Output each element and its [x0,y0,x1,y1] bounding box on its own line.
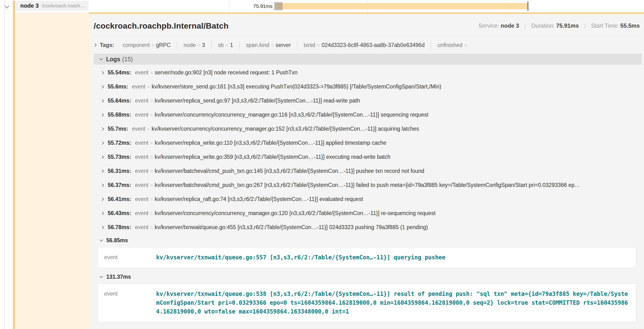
tag-pill: txnid=024d3323-6c8f-4863-aa8b-37ab0e6349… [297,41,431,49]
service-value: node 3 [501,22,519,29]
log-timestamp: 56.41ms: [108,196,131,202]
tag-pill: span.kind=server [239,41,297,49]
log-marker-tick [279,2,280,10]
span-meta: Service: node 3 | Duration: 75.91ms | St… [478,22,642,29]
log-row-toggle[interactable]: 56.37ms: event=kv/kvserver/batcheval/cmd… [94,178,642,192]
tags-section-toggle[interactable]: Tags: component=gRPC node=3 sb=1 span.ki… [94,40,642,50]
log-row-toggle[interactable]: 55.72ms: event=kv/kvserver/replica_write… [94,136,642,150]
tag-pill: component=gRPC [116,41,177,49]
log-row-toggle[interactable]: 131.37ms [94,271,642,283]
log-timestamp: 55.73ms: [108,154,131,160]
log-marker-tick [274,2,275,10]
log-row-toggle[interactable]: 55.73ms: event=kv/kvserver/replica_write… [94,150,642,164]
span-bar[interactable] [275,3,528,9]
log-field-value: kv/kvserver/txnwait/queue.go:557 [n3,s3,… [156,253,630,262]
log-field: event=kv/kvserver/replica_write.go:110 [… [135,140,386,146]
chevron-down-icon [100,57,103,60]
chevron-right-icon [100,71,104,74]
log-timestamp: 56.37ms: [108,182,131,188]
chevron-right-icon [100,226,104,229]
meta-separator: | [584,22,586,29]
span-duration-label: 75.91ms [225,0,272,12]
span-name-tab[interactable]: node 3 /cockroach.roach… [13,1,89,11]
timeline-row: node 3 /cockroach.roach… 75.91ms [0,0,644,12]
log-list: 55.54ms: event=server/node.go:902 [n3] n… [94,66,642,329]
tag-pill: unfinished= [431,41,475,49]
tree-rail-line [4,0,5,329]
span-detail-panel: /cockroach.roachpb.Internal/Batch Servic… [89,14,644,329]
log-timestamp: 55.64ms: [108,98,131,104]
span-detail-header: /cockroach.roachpb.Internal/Batch Servic… [94,20,642,31]
log-detail-card: event kv/kvserver/txnwait/queue.go:538 [… [98,284,636,322]
page-title: /cockroach.roachpb.Internal/Batch [94,21,228,30]
log-row-toggle[interactable]: 55.68ms: event=kv/kvserver/concurrency/c… [94,108,642,122]
service-label: Service: [478,22,499,29]
log-field: event=kv/kvserver/replica_raft.go:74 [n3… [135,196,363,202]
chevron-down-icon [100,238,103,242]
log-timestamp: 55.54ms: [108,70,131,76]
collapse-children-button[interactable] [5,4,8,8]
chevron-right-icon [100,183,104,187]
log-detail-card: event kv/kvserver/txnwait/queue.go:557 [… [98,247,636,268]
log-field: event=kv/kvserver/concurrency/concurrenc… [135,210,436,216]
log-row-toggle[interactable]: 55.7ms: event=kv/kvserver/concurrency/co… [94,122,642,136]
chevron-right-icon [100,169,104,172]
log-marker-tick [280,2,281,10]
log-field: event=kv/kvserver/replica_send.go:97 [n3… [135,98,360,104]
log-field: event=server/node.go:902 [n3] node recei… [135,70,298,76]
chevron-down-icon [4,4,9,8]
span-operation-name: /cockroach.roach… [42,3,85,8]
chevron-right-icon [93,44,96,47]
log-field: event=kv/kvserver/txnwait/queue.go:455 [… [135,224,428,230]
span-service-name: node 3 [20,2,38,9]
chevron-right-icon [100,155,104,158]
chevron-down-icon [100,275,103,278]
log-marker-tick [277,2,278,10]
logs-count: (15) [122,56,133,63]
log-timestamp: 131.37ms [106,274,131,280]
tag-pill: sb=1 [211,41,239,49]
chevron-right-icon [100,99,104,102]
span-color-strip [13,1,15,329]
selected-row-highlight [15,12,89,329]
log-field: event=kv/kvserver/batcheval/cmd_push_txn… [135,182,580,188]
start-time-value: 55.5ms [620,22,640,29]
log-timestamp: 56.43ms: [108,210,131,216]
log-row-toggle[interactable]: 56.43ms: event=kv/kvserver/concurrency/c… [94,206,642,220]
log-row-toggle[interactable]: 131.39ms: event=kv/kvserver/txnwait/queu… [94,325,642,329]
log-timestamp: 55.7ms: [108,126,128,132]
log-timestamp: 55.6ms: [108,84,128,90]
chevron-right-icon [100,141,104,144]
log-timestamp: 56.85ms [106,237,128,244]
log-marker-tick [278,2,278,10]
log-field-value: kv/kvserver/txnwait/queue.go:538 [n3,s3,… [156,290,630,316]
start-time-label: Start Time: [591,22,619,29]
log-field: event=kv/kvserver/store_send.go:161 [n3,… [132,84,442,90]
chevron-right-icon [100,113,104,116]
chevron-right-icon [100,212,104,215]
log-marker-tick [282,2,282,10]
log-timestamp: 56.31ms: [108,168,131,174]
chevron-right-icon [100,85,104,88]
log-row-toggle[interactable]: 56.85ms [94,234,642,246]
log-marker-end [528,2,528,11]
log-row-toggle[interactable]: 55.64ms: event=kv/kvserver/replica_send.… [94,94,642,108]
log-row-toggle[interactable]: 56.41ms: event=kv/kvserver/replica_raft.… [94,192,642,206]
log-timestamp: 55.68ms: [108,112,131,118]
log-timestamp: 56.78ms: [108,224,131,230]
log-marker-tick [276,2,276,10]
log-field: event=kv/kvserver/batcheval/cmd_push_txn… [135,168,424,174]
meta-separator: | [524,22,526,29]
log-row-toggle[interactable]: 56.78ms: event=kv/kvserver/txnwait/queue… [94,220,642,234]
log-field: event=kv/kvserver/concurrency/concurrenc… [132,126,419,132]
log-row-toggle[interactable]: 55.6ms: event=kv/kvserver/store_send.go:… [94,80,642,94]
log-field-name: event [104,290,156,297]
log-timestamp: 55.72ms: [108,140,131,146]
log-entry-expanded: 131.37ms event kv/kvserver/txnwait/queue… [94,271,642,322]
tags-label: Tags: [100,42,114,48]
log-row-toggle[interactable]: 55.54ms: event=server/node.go:902 [n3] n… [94,66,642,80]
log-row-toggle[interactable]: 56.31ms: event=kv/kvserver/batcheval/cmd… [94,164,642,178]
logs-section-toggle[interactable]: Logs (15) [94,54,642,64]
log-entry-expanded: 56.85ms event kv/kvserver/txnwait/queue.… [94,234,642,268]
log-field-name: event [104,253,156,260]
